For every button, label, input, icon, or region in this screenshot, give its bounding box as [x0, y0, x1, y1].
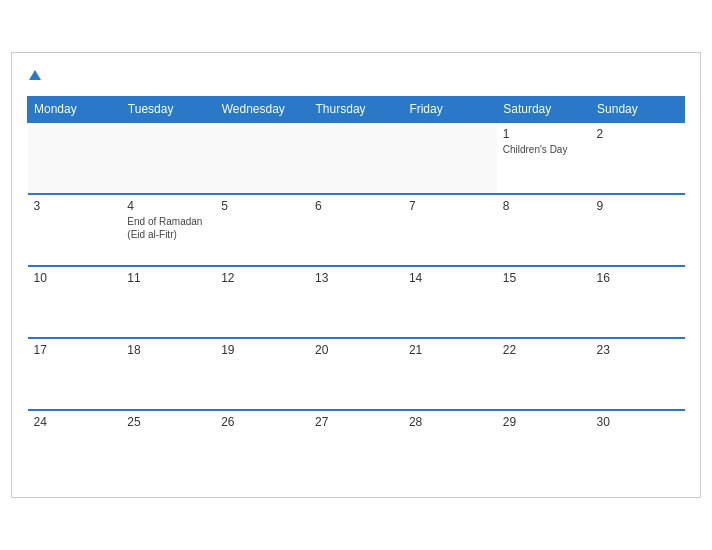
day-cell: 19: [215, 338, 309, 410]
holiday-text: Children's Day: [503, 143, 585, 156]
col-header-thursday: Thursday: [309, 96, 403, 122]
day-number: 26: [221, 415, 303, 429]
holiday-text: End of Ramadan (Eid al-Fitr): [127, 215, 209, 241]
day-cell: 30: [591, 410, 685, 482]
day-cell: 29: [497, 410, 591, 482]
day-cell: 9: [591, 194, 685, 266]
col-header-friday: Friday: [403, 96, 497, 122]
day-number: 21: [409, 343, 491, 357]
day-number: 18: [127, 343, 209, 357]
day-number: 27: [315, 415, 397, 429]
calendar-container: MondayTuesdayWednesdayThursdayFridaySatu…: [11, 52, 701, 497]
day-number: 2: [597, 127, 679, 141]
day-number: 1: [503, 127, 585, 141]
day-number: 25: [127, 415, 209, 429]
day-number: 13: [315, 271, 397, 285]
day-cell: 5: [215, 194, 309, 266]
day-number: 19: [221, 343, 303, 357]
day-cell: 20: [309, 338, 403, 410]
day-cell: 2: [591, 122, 685, 194]
day-cell: 15: [497, 266, 591, 338]
day-number: 29: [503, 415, 585, 429]
day-number: 10: [34, 271, 116, 285]
logo: [27, 67, 41, 81]
day-number: 9: [597, 199, 679, 213]
day-cell: [121, 122, 215, 194]
day-cell: 17: [28, 338, 122, 410]
day-cell: 16: [591, 266, 685, 338]
day-cell: 18: [121, 338, 215, 410]
day-cell: 14: [403, 266, 497, 338]
day-number: 4: [127, 199, 209, 213]
day-cell: [215, 122, 309, 194]
week-row-4: 17181920212223: [28, 338, 685, 410]
day-number: 11: [127, 271, 209, 285]
day-number: 15: [503, 271, 585, 285]
day-cell: 11: [121, 266, 215, 338]
day-number: 14: [409, 271, 491, 285]
day-number: 3: [34, 199, 116, 213]
day-number: 24: [34, 415, 116, 429]
day-cell: 25: [121, 410, 215, 482]
col-header-wednesday: Wednesday: [215, 96, 309, 122]
day-number: 17: [34, 343, 116, 357]
day-number: 20: [315, 343, 397, 357]
day-cell: 6: [309, 194, 403, 266]
day-number: 6: [315, 199, 397, 213]
day-cell: 23: [591, 338, 685, 410]
day-cell: 27: [309, 410, 403, 482]
day-number: 16: [597, 271, 679, 285]
day-cell: 28: [403, 410, 497, 482]
day-number: 30: [597, 415, 679, 429]
day-number: 12: [221, 271, 303, 285]
logo-general: [27, 67, 41, 81]
column-headers-row: MondayTuesdayWednesdayThursdayFridaySatu…: [28, 96, 685, 122]
day-number: 7: [409, 199, 491, 213]
day-cell: [403, 122, 497, 194]
day-cell: [309, 122, 403, 194]
col-header-sunday: Sunday: [591, 96, 685, 122]
day-cell: 4End of Ramadan (Eid al-Fitr): [121, 194, 215, 266]
col-header-tuesday: Tuesday: [121, 96, 215, 122]
day-cell: 22: [497, 338, 591, 410]
day-cell: 12: [215, 266, 309, 338]
day-number: 28: [409, 415, 491, 429]
day-number: 8: [503, 199, 585, 213]
day-number: 22: [503, 343, 585, 357]
calendar-header: [27, 63, 685, 85]
col-header-saturday: Saturday: [497, 96, 591, 122]
day-cell: [28, 122, 122, 194]
week-row-2: 34End of Ramadan (Eid al-Fitr)56789: [28, 194, 685, 266]
week-row-5: 24252627282930: [28, 410, 685, 482]
col-header-monday: Monday: [28, 96, 122, 122]
week-row-1: 1Children's Day2: [28, 122, 685, 194]
day-cell: 10: [28, 266, 122, 338]
day-number: 5: [221, 199, 303, 213]
day-cell: 24: [28, 410, 122, 482]
logo-triangle-icon: [29, 70, 41, 80]
week-row-3: 10111213141516: [28, 266, 685, 338]
day-cell: 3: [28, 194, 122, 266]
day-cell: 8: [497, 194, 591, 266]
day-number: 23: [597, 343, 679, 357]
day-cell: 26: [215, 410, 309, 482]
day-cell: 7: [403, 194, 497, 266]
day-cell: 21: [403, 338, 497, 410]
day-cell: 1Children's Day: [497, 122, 591, 194]
day-cell: 13: [309, 266, 403, 338]
calendar-grid: MondayTuesdayWednesdayThursdayFridaySatu…: [27, 96, 685, 482]
